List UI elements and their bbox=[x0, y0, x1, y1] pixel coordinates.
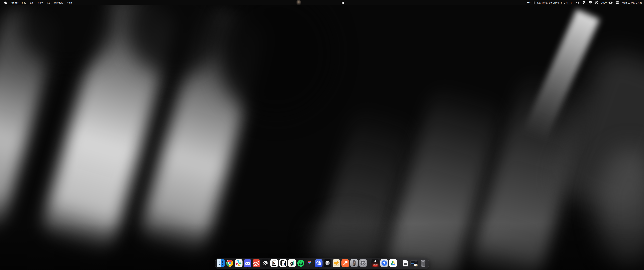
menu-bar-right: ••• Dar jantar do Chico · in 2 m g| bbox=[527, 0, 644, 5]
running-indicator bbox=[318, 268, 319, 268]
apple-icon bbox=[4, 1, 7, 4]
svg-text:11: 11 bbox=[416, 265, 417, 266]
wallpaper bbox=[0, 0, 644, 270]
google-drive-icon bbox=[389, 259, 397, 267]
notion-icon: N bbox=[270, 259, 278, 267]
pick-icon bbox=[582, 1, 586, 4]
finder-icon bbox=[217, 259, 225, 267]
dock-item-notion[interactable]: N bbox=[270, 259, 278, 269]
onepassword-icon bbox=[380, 259, 388, 267]
dock-item-notion-calendar[interactable]: 10 bbox=[279, 259, 287, 269]
menu-file[interactable]: File bbox=[20, 0, 28, 5]
dock-item-iphone-mirroring[interactable] bbox=[350, 259, 358, 269]
running-indicator bbox=[220, 268, 221, 268]
clock[interactable]: Mon 10 Mar 17:58 bbox=[622, 0, 642, 5]
running-indicator bbox=[310, 268, 310, 268]
grammarly-icon: g bbox=[288, 259, 296, 267]
dock-item-blue-panels-app[interactable] bbox=[315, 259, 322, 269]
battery-percent: 100% bbox=[601, 1, 608, 4]
battery-charging-icon bbox=[608, 2, 613, 4]
dock-item-grammarly[interactable]: g bbox=[288, 259, 296, 269]
menu-bar: Finder File Edit View Go Window Help •••… bbox=[0, 0, 644, 5]
dock-item-screenshots-stack[interactable]: 11 bbox=[410, 259, 418, 269]
running-indicator bbox=[247, 268, 248, 268]
cube-icon bbox=[324, 259, 332, 267]
linear-icon bbox=[262, 259, 269, 267]
svg-text:raycast: raycast bbox=[373, 264, 378, 265]
desktop: Finder File Edit View Go Window Help •••… bbox=[0, 0, 644, 270]
running-indicator bbox=[265, 268, 266, 268]
menu-finder[interactable]: Finder bbox=[9, 0, 20, 5]
dock-item-document-file[interactable] bbox=[402, 259, 409, 269]
dock-item-todoist[interactable] bbox=[252, 259, 260, 269]
menu-view[interactable]: View bbox=[36, 0, 45, 5]
onepassword-icon bbox=[595, 1, 598, 4]
dock-item-figma[interactable] bbox=[306, 259, 314, 269]
dock-item-spotify[interactable] bbox=[297, 259, 305, 269]
dock-item-finder[interactable] bbox=[217, 259, 225, 269]
spotify-icon bbox=[297, 259, 305, 267]
menu-edit[interactable]: Edit bbox=[28, 0, 36, 5]
raycast-icon: raycast bbox=[372, 259, 379, 267]
battery-status[interactable]: 100% bbox=[601, 1, 613, 4]
svg-text:g: g bbox=[290, 260, 293, 266]
overflow-dots-icon[interactable]: ••• bbox=[527, 0, 531, 5]
grammarly-menu-icon[interactable]: g| bbox=[571, 0, 574, 5]
dock-item-chrome[interactable] bbox=[226, 259, 234, 269]
blue-panels-icon bbox=[315, 259, 322, 267]
document-file-icon bbox=[402, 259, 409, 267]
pick-shape-icon[interactable] bbox=[582, 0, 586, 5]
onepassword-menu-icon[interactable] bbox=[595, 0, 598, 5]
svg-text:10: 10 bbox=[282, 262, 285, 265]
dock-item-linear[interactable] bbox=[262, 259, 269, 269]
apple-menu[interactable] bbox=[2, 0, 9, 5]
iphone-mirroring-icon bbox=[350, 259, 358, 267]
separator-bar bbox=[534, 1, 534, 4]
running-indicator bbox=[230, 268, 230, 268]
dock-item-system-settings[interactable] bbox=[359, 259, 367, 269]
running-indicator bbox=[345, 268, 346, 268]
menu-bar-left: Finder File Edit View Go Window Help bbox=[0, 0, 74, 5]
menu-help[interactable]: Help bbox=[65, 0, 74, 5]
control-center-icon[interactable] bbox=[616, 0, 619, 5]
reminder-status[interactable]: Dar jantar do Chico · in 2 m bbox=[537, 0, 568, 5]
slack-icon bbox=[235, 259, 242, 267]
display-icon bbox=[588, 1, 592, 4]
notion-calendar-icon: 10 bbox=[279, 259, 287, 267]
screenshots-stack-icon: 11 bbox=[410, 259, 418, 267]
dock-item-black-cube-app[interactable] bbox=[324, 259, 332, 269]
running-indicator bbox=[274, 268, 274, 268]
postico-elephant-icon bbox=[332, 259, 340, 267]
figma-icon bbox=[306, 259, 314, 267]
dock-item-raycast[interactable]: raycast bbox=[372, 259, 379, 269]
trash-icon bbox=[419, 259, 427, 267]
dock-item-1password[interactable] bbox=[380, 259, 388, 269]
dock: N 10 g bbox=[215, 258, 429, 269]
running-indicator bbox=[300, 268, 301, 268]
dock-item-postico[interactable] bbox=[332, 259, 340, 269]
discord-icon bbox=[244, 259, 252, 267]
dock-item-slack[interactable] bbox=[235, 259, 242, 269]
dock-item-trash[interactable] bbox=[419, 259, 427, 269]
dock-item-discord[interactable] bbox=[244, 259, 252, 269]
now-playing-album-art[interactable] bbox=[296, 0, 301, 5]
dock-item-google-drive[interactable] bbox=[389, 259, 397, 269]
menu-go[interactable]: Go bbox=[45, 0, 52, 5]
menu-window[interactable]: Window bbox=[52, 0, 65, 5]
svg-text:N: N bbox=[273, 261, 276, 265]
control-center-icon bbox=[616, 1, 619, 4]
dock-item-postman[interactable] bbox=[342, 259, 349, 269]
postman-icon bbox=[342, 259, 349, 267]
system-settings-gear-icon bbox=[359, 259, 367, 267]
todoist-icon bbox=[252, 259, 260, 267]
display-icon[interactable] bbox=[588, 0, 592, 5]
asterisk-gear-icon[interactable] bbox=[576, 0, 580, 5]
chrome-icon bbox=[226, 259, 234, 267]
now-playing-bars-icon[interactable] bbox=[341, 1, 344, 4]
running-indicator bbox=[283, 268, 284, 268]
asterisk-icon bbox=[576, 1, 580, 4]
